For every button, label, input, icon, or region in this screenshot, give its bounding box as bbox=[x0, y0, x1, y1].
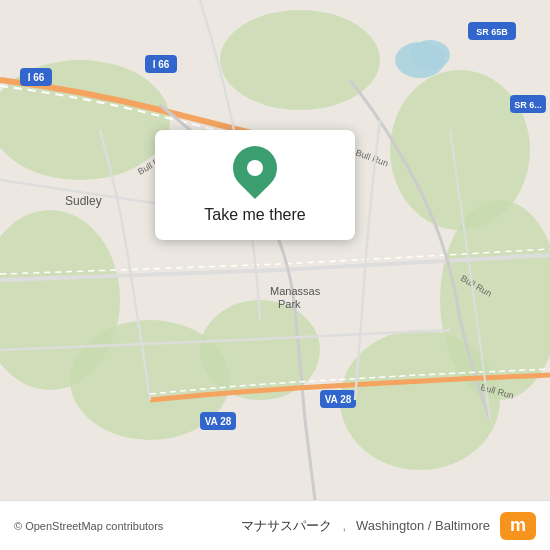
place-name: マナサスパーク bbox=[241, 517, 332, 535]
svg-text:Park: Park bbox=[278, 298, 301, 310]
svg-text:I 66: I 66 bbox=[28, 72, 45, 83]
region-name: Washington / Baltimore bbox=[356, 518, 490, 533]
svg-text:VA 28: VA 28 bbox=[325, 394, 352, 405]
svg-text:SR 6...: SR 6... bbox=[514, 100, 542, 110]
svg-point-2 bbox=[220, 10, 380, 110]
map-svg: I 66 I 66 Bull Run Bull Run Bull Run Bul… bbox=[0, 0, 550, 500]
map-container[interactable]: I 66 I 66 Bull Run Bull Run Bull Run Bul… bbox=[0, 0, 550, 500]
svg-text:Sudley: Sudley bbox=[65, 194, 102, 208]
location-pin-icon bbox=[224, 137, 286, 199]
svg-point-5 bbox=[340, 330, 500, 470]
take-me-there-button[interactable]: Take me there bbox=[204, 204, 305, 226]
tooltip-card: Take me there bbox=[155, 130, 355, 240]
svg-text:SR 65B: SR 65B bbox=[476, 27, 508, 37]
separator: , bbox=[342, 518, 346, 533]
svg-point-10 bbox=[410, 40, 450, 70]
svg-text:Manassas: Manassas bbox=[270, 285, 321, 297]
svg-text:I 66: I 66 bbox=[153, 59, 170, 70]
svg-text:VA 28: VA 28 bbox=[205, 416, 232, 427]
copyright-text: © OpenStreetMap contributors bbox=[14, 520, 231, 532]
moovit-logo-icon: m bbox=[500, 512, 536, 540]
moovit-logo: m bbox=[500, 512, 536, 540]
bottom-bar: © OpenStreetMap contributors マナサスパーク , W… bbox=[0, 500, 550, 550]
